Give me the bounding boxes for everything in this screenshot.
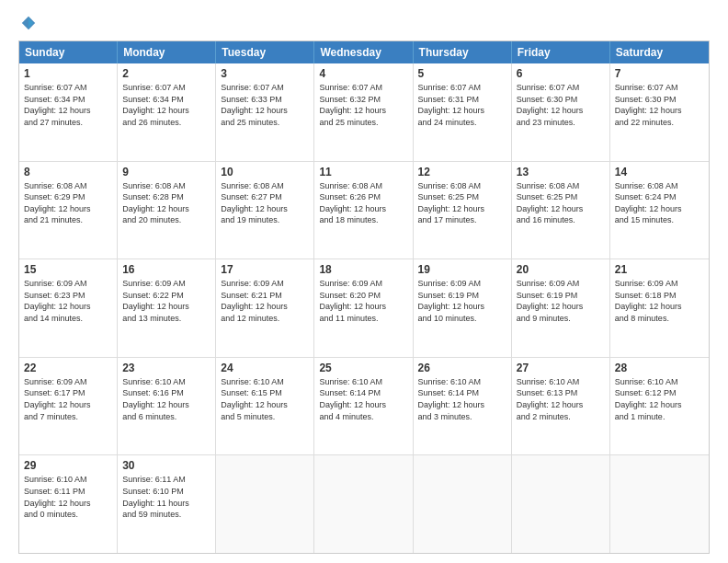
calendar-cell: 20Sunrise: 6:09 AM Sunset: 6:19 PM Dayli… bbox=[512, 259, 610, 357]
header bbox=[18, 15, 710, 31]
day-number: 3 bbox=[221, 67, 309, 80]
cell-info: Sunrise: 6:08 AM Sunset: 6:28 PM Dayligh… bbox=[122, 180, 210, 226]
day-number: 16 bbox=[122, 263, 210, 276]
calendar-cell: 30Sunrise: 6:11 AM Sunset: 6:10 PM Dayli… bbox=[118, 455, 216, 553]
cell-info: Sunrise: 6:10 AM Sunset: 6:14 PM Dayligh… bbox=[319, 376, 407, 422]
weekday-header: Monday bbox=[118, 41, 216, 63]
day-number: 19 bbox=[418, 263, 506, 276]
cell-info: Sunrise: 6:08 AM Sunset: 6:24 PM Dayligh… bbox=[615, 180, 704, 226]
cell-info: Sunrise: 6:10 AM Sunset: 6:16 PM Dayligh… bbox=[122, 376, 210, 422]
cell-info: Sunrise: 6:11 AM Sunset: 6:10 PM Dayligh… bbox=[122, 474, 210, 520]
day-number: 1 bbox=[24, 67, 112, 80]
cell-info: Sunrise: 6:08 AM Sunset: 6:26 PM Dayligh… bbox=[319, 180, 407, 226]
cell-info: Sunrise: 6:07 AM Sunset: 6:31 PM Dayligh… bbox=[418, 82, 506, 128]
cell-info: Sunrise: 6:09 AM Sunset: 6:23 PM Dayligh… bbox=[24, 278, 112, 324]
calendar: SundayMondayTuesdayWednesdayThursdayFrid… bbox=[18, 40, 710, 554]
calendar-cell: 21Sunrise: 6:09 AM Sunset: 6:18 PM Dayli… bbox=[610, 259, 709, 357]
cell-info: Sunrise: 6:07 AM Sunset: 6:33 PM Dayligh… bbox=[221, 82, 309, 128]
calendar-cell: 25Sunrise: 6:10 AM Sunset: 6:14 PM Dayli… bbox=[314, 358, 413, 455]
calendar-header: SundayMondayTuesdayWednesdayThursdayFrid… bbox=[19, 41, 709, 63]
calendar-cell: 17Sunrise: 6:09 AM Sunset: 6:21 PM Dayli… bbox=[216, 259, 314, 357]
cell-info: Sunrise: 6:09 AM Sunset: 6:19 PM Dayligh… bbox=[517, 278, 605, 324]
calendar-cell: 11Sunrise: 6:08 AM Sunset: 6:26 PM Dayli… bbox=[314, 162, 413, 259]
calendar-cell: 29Sunrise: 6:10 AM Sunset: 6:11 PM Dayli… bbox=[19, 455, 118, 553]
weekday-header: Saturday bbox=[610, 41, 709, 63]
day-number: 7 bbox=[615, 67, 704, 80]
day-number: 8 bbox=[24, 166, 112, 178]
cell-info: Sunrise: 6:10 AM Sunset: 6:14 PM Dayligh… bbox=[418, 376, 506, 422]
day-number: 4 bbox=[319, 67, 407, 80]
logo bbox=[18, 15, 37, 31]
cell-info: Sunrise: 6:08 AM Sunset: 6:27 PM Dayligh… bbox=[221, 180, 309, 226]
calendar-cell: 23Sunrise: 6:10 AM Sunset: 6:16 PM Dayli… bbox=[118, 358, 216, 455]
calendar-row: 22Sunrise: 6:09 AM Sunset: 6:17 PM Dayli… bbox=[19, 357, 709, 455]
calendar-cell: 18Sunrise: 6:09 AM Sunset: 6:20 PM Dayli… bbox=[314, 259, 413, 357]
day-number: 13 bbox=[517, 166, 605, 178]
weekday-header: Wednesday bbox=[314, 41, 413, 63]
day-number: 22 bbox=[24, 362, 112, 374]
day-number: 23 bbox=[122, 362, 210, 374]
day-number: 11 bbox=[319, 166, 407, 178]
calendar-cell: 24Sunrise: 6:10 AM Sunset: 6:15 PM Dayli… bbox=[216, 358, 314, 455]
cell-info: Sunrise: 6:07 AM Sunset: 6:30 PM Dayligh… bbox=[517, 82, 605, 128]
day-number: 21 bbox=[615, 263, 704, 276]
day-number: 27 bbox=[517, 362, 605, 374]
day-number: 29 bbox=[24, 459, 112, 472]
cell-info: Sunrise: 6:09 AM Sunset: 6:17 PM Dayligh… bbox=[24, 376, 112, 422]
calendar-cell: 4Sunrise: 6:07 AM Sunset: 6:32 PM Daylig… bbox=[314, 63, 413, 161]
calendar-row: 15Sunrise: 6:09 AM Sunset: 6:23 PM Dayli… bbox=[19, 259, 709, 357]
cell-info: Sunrise: 6:08 AM Sunset: 6:29 PM Dayligh… bbox=[24, 180, 112, 226]
calendar-cell bbox=[512, 455, 610, 553]
day-number: 20 bbox=[517, 263, 605, 276]
day-number: 2 bbox=[122, 67, 210, 80]
cell-info: Sunrise: 6:10 AM Sunset: 6:12 PM Dayligh… bbox=[615, 376, 704, 422]
cell-info: Sunrise: 6:07 AM Sunset: 6:34 PM Dayligh… bbox=[24, 82, 112, 128]
day-number: 17 bbox=[221, 263, 309, 276]
calendar-cell: 26Sunrise: 6:10 AM Sunset: 6:14 PM Dayli… bbox=[414, 358, 512, 455]
cell-info: Sunrise: 6:07 AM Sunset: 6:34 PM Dayligh… bbox=[122, 82, 210, 128]
day-number: 12 bbox=[418, 166, 506, 178]
cell-info: Sunrise: 6:07 AM Sunset: 6:30 PM Dayligh… bbox=[615, 82, 704, 128]
calendar-cell bbox=[216, 455, 314, 553]
cell-info: Sunrise: 6:09 AM Sunset: 6:19 PM Dayligh… bbox=[418, 278, 506, 324]
cell-info: Sunrise: 6:09 AM Sunset: 6:21 PM Dayligh… bbox=[221, 278, 309, 324]
cell-info: Sunrise: 6:08 AM Sunset: 6:25 PM Dayligh… bbox=[517, 180, 605, 226]
calendar-cell: 9Sunrise: 6:08 AM Sunset: 6:28 PM Daylig… bbox=[118, 162, 216, 259]
calendar-cell bbox=[610, 455, 709, 553]
calendar-cell bbox=[414, 455, 512, 553]
day-number: 14 bbox=[615, 166, 704, 178]
calendar-cell: 14Sunrise: 6:08 AM Sunset: 6:24 PM Dayli… bbox=[610, 162, 709, 259]
calendar-cell bbox=[314, 455, 413, 553]
calendar-body: 1Sunrise: 6:07 AM Sunset: 6:34 PM Daylig… bbox=[19, 63, 709, 553]
weekday-header: Sunday bbox=[19, 41, 118, 63]
calendar-row: 1Sunrise: 6:07 AM Sunset: 6:34 PM Daylig… bbox=[19, 63, 709, 161]
calendar-cell: 7Sunrise: 6:07 AM Sunset: 6:30 PM Daylig… bbox=[610, 63, 709, 161]
calendar-cell: 15Sunrise: 6:09 AM Sunset: 6:23 PM Dayli… bbox=[19, 259, 118, 357]
calendar-cell: 19Sunrise: 6:09 AM Sunset: 6:19 PM Dayli… bbox=[414, 259, 512, 357]
calendar-cell: 28Sunrise: 6:10 AM Sunset: 6:12 PM Dayli… bbox=[610, 358, 709, 455]
day-number: 15 bbox=[24, 263, 112, 276]
calendar-cell: 3Sunrise: 6:07 AM Sunset: 6:33 PM Daylig… bbox=[216, 63, 314, 161]
weekday-header: Thursday bbox=[414, 41, 512, 63]
calendar-row: 29Sunrise: 6:10 AM Sunset: 6:11 PM Dayli… bbox=[19, 454, 709, 553]
calendar-cell: 22Sunrise: 6:09 AM Sunset: 6:17 PM Dayli… bbox=[19, 358, 118, 455]
day-number: 28 bbox=[615, 362, 704, 374]
calendar-cell: 27Sunrise: 6:10 AM Sunset: 6:13 PM Dayli… bbox=[512, 358, 610, 455]
cell-info: Sunrise: 6:10 AM Sunset: 6:15 PM Dayligh… bbox=[221, 376, 309, 422]
cell-info: Sunrise: 6:09 AM Sunset: 6:22 PM Dayligh… bbox=[122, 278, 210, 324]
page: SundayMondayTuesdayWednesdayThursdayFrid… bbox=[0, 0, 728, 563]
day-number: 6 bbox=[517, 67, 605, 80]
cell-info: Sunrise: 6:10 AM Sunset: 6:13 PM Dayligh… bbox=[517, 376, 605, 422]
calendar-cell: 16Sunrise: 6:09 AM Sunset: 6:22 PM Dayli… bbox=[118, 259, 216, 357]
day-number: 5 bbox=[418, 67, 506, 80]
day-number: 9 bbox=[122, 166, 210, 178]
day-number: 30 bbox=[122, 459, 210, 472]
calendar-cell: 8Sunrise: 6:08 AM Sunset: 6:29 PM Daylig… bbox=[19, 162, 118, 259]
calendar-row: 8Sunrise: 6:08 AM Sunset: 6:29 PM Daylig… bbox=[19, 161, 709, 259]
calendar-cell: 10Sunrise: 6:08 AM Sunset: 6:27 PM Dayli… bbox=[216, 162, 314, 259]
calendar-cell: 13Sunrise: 6:08 AM Sunset: 6:25 PM Dayli… bbox=[512, 162, 610, 259]
day-number: 26 bbox=[418, 362, 506, 374]
calendar-cell: 5Sunrise: 6:07 AM Sunset: 6:31 PM Daylig… bbox=[414, 63, 512, 161]
calendar-cell: 12Sunrise: 6:08 AM Sunset: 6:25 PM Dayli… bbox=[414, 162, 512, 259]
day-number: 25 bbox=[319, 362, 407, 374]
